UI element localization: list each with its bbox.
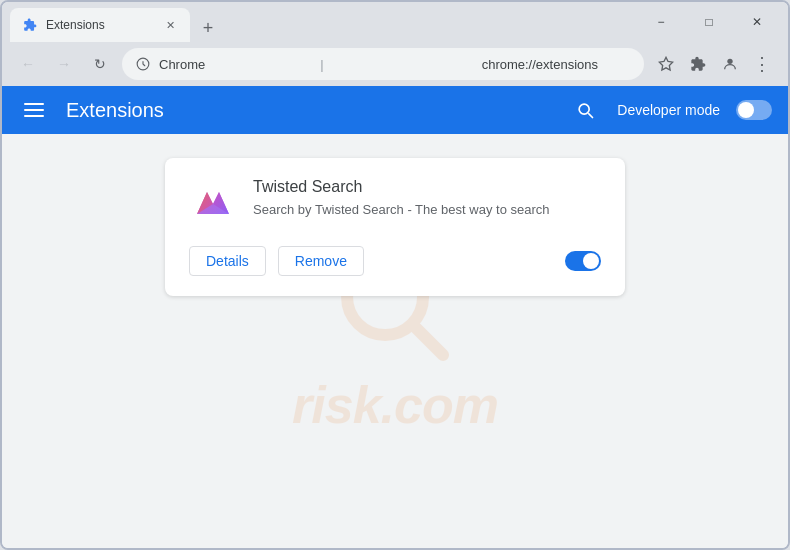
watermark-text: risk.com	[292, 375, 498, 435]
tab-area: Extensions ✕ +	[10, 2, 630, 42]
extensions-header: Extensions Developer mode	[2, 86, 788, 134]
hamburger-line-2	[24, 109, 44, 111]
window-controls: − □ ✕	[638, 2, 780, 42]
url-actions: ⋮	[652, 50, 776, 78]
bookmark-button[interactable]	[652, 50, 680, 78]
url-bar[interactable]: Chrome | chrome://extensions	[122, 48, 644, 80]
hamburger-menu-button[interactable]	[18, 94, 50, 126]
address-bar: ← → ↻ Chrome | chrome://extensions ⋮	[2, 42, 788, 86]
minimize-button[interactable]: −	[638, 2, 684, 42]
extensions-content: risk.com	[2, 134, 788, 548]
search-extensions-button[interactable]	[569, 94, 601, 126]
account-button[interactable]	[716, 50, 744, 78]
toggle-knob	[738, 102, 754, 118]
active-tab[interactable]: Extensions ✕	[10, 8, 190, 42]
svg-point-2	[727, 59, 732, 64]
close-button[interactable]: ✕	[734, 2, 780, 42]
extension-toggle-knob	[583, 253, 599, 269]
new-tab-button[interactable]: +	[194, 14, 222, 42]
svg-marker-1	[659, 57, 672, 70]
extension-enable-toggle[interactable]	[565, 251, 601, 271]
hamburger-line-3	[24, 115, 44, 117]
tab-extension-icon	[22, 17, 38, 33]
extension-card-footer: Details Remove	[189, 246, 601, 276]
extension-card: Twisted Search Search by Twisted Search …	[165, 158, 625, 296]
forward-button[interactable]: →	[50, 50, 78, 78]
secure-icon	[135, 56, 151, 72]
extension-description: Search by Twisted Search - The best way …	[253, 200, 601, 220]
extension-card-header: Twisted Search Search by Twisted Search …	[189, 178, 601, 226]
extension-info: Twisted Search Search by Twisted Search …	[253, 178, 601, 220]
remove-button[interactable]: Remove	[278, 246, 364, 276]
url-separator: |	[320, 57, 469, 72]
maximize-button[interactable]: □	[686, 2, 732, 42]
extensions-page-title: Extensions	[66, 99, 553, 122]
tab-title-text: Extensions	[46, 18, 154, 32]
url-address: chrome://extensions	[482, 57, 631, 72]
menu-button[interactable]: ⋮	[748, 50, 776, 78]
extension-name: Twisted Search	[253, 178, 601, 196]
extension-logo	[189, 178, 237, 226]
extensions-puzzle-button[interactable]	[684, 50, 712, 78]
title-bar: Extensions ✕ + − □ ✕	[2, 2, 788, 42]
hamburger-line-1	[24, 103, 44, 105]
url-site-name: Chrome	[159, 57, 308, 72]
dev-mode-toggle[interactable]	[736, 100, 772, 120]
refresh-button[interactable]: ↻	[86, 50, 114, 78]
dev-mode-label: Developer mode	[617, 102, 720, 118]
tab-close-button[interactable]: ✕	[162, 17, 178, 33]
back-button[interactable]: ←	[14, 50, 42, 78]
browser-window: Extensions ✕ + − □ ✕ ← → ↻ Chrome | chro…	[0, 0, 790, 550]
svg-line-4	[413, 325, 443, 355]
details-button[interactable]: Details	[189, 246, 266, 276]
